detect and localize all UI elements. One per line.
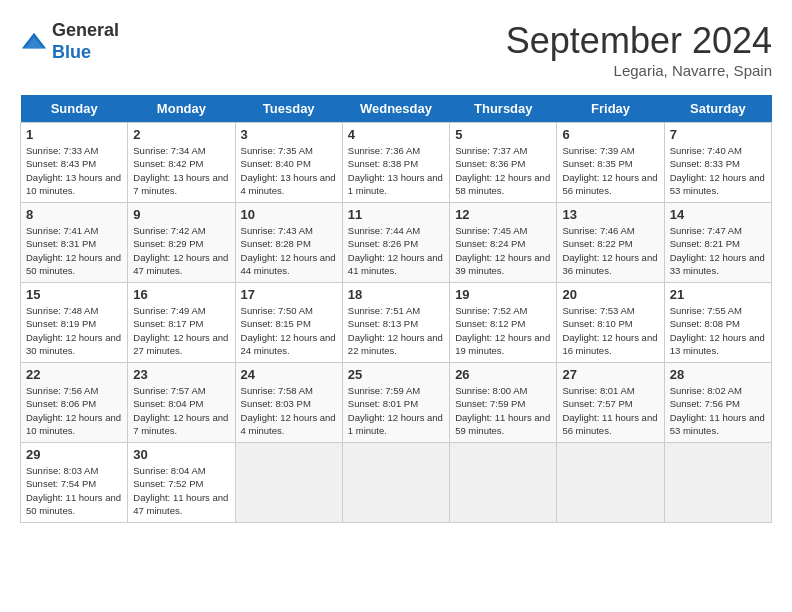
calendar-cell: 14Sunrise: 7:47 AMSunset: 8:21 PMDayligh…	[664, 203, 771, 283]
title-block: September 2024 Legaria, Navarre, Spain	[506, 20, 772, 79]
calendar-cell	[557, 443, 664, 523]
cell-info: Sunrise: 7:48 AMSunset: 8:19 PMDaylight:…	[26, 304, 122, 357]
calendar-header-row: SundayMondayTuesdayWednesdayThursdayFrid…	[21, 95, 772, 123]
calendar-cell	[342, 443, 449, 523]
logo: General Blue	[20, 20, 119, 63]
day-number: 22	[26, 367, 122, 382]
day-number: 6	[562, 127, 658, 142]
cell-info: Sunrise: 8:02 AMSunset: 7:56 PMDaylight:…	[670, 384, 766, 437]
day-header-tuesday: Tuesday	[235, 95, 342, 123]
week-row-3: 22Sunrise: 7:56 AMSunset: 8:06 PMDayligh…	[21, 363, 772, 443]
calendar-cell: 1Sunrise: 7:33 AMSunset: 8:43 PMDaylight…	[21, 123, 128, 203]
day-number: 16	[133, 287, 229, 302]
day-number: 9	[133, 207, 229, 222]
calendar-cell: 6Sunrise: 7:39 AMSunset: 8:35 PMDaylight…	[557, 123, 664, 203]
cell-info: Sunrise: 7:41 AMSunset: 8:31 PMDaylight:…	[26, 224, 122, 277]
logo-general: General	[52, 20, 119, 40]
logo-blue: Blue	[52, 42, 91, 62]
day-number: 18	[348, 287, 444, 302]
day-number: 20	[562, 287, 658, 302]
calendar-cell: 23Sunrise: 7:57 AMSunset: 8:04 PMDayligh…	[128, 363, 235, 443]
cell-info: Sunrise: 7:33 AMSunset: 8:43 PMDaylight:…	[26, 144, 122, 197]
day-header-thursday: Thursday	[450, 95, 557, 123]
day-number: 15	[26, 287, 122, 302]
calendar-cell: 20Sunrise: 7:53 AMSunset: 8:10 PMDayligh…	[557, 283, 664, 363]
day-number: 4	[348, 127, 444, 142]
calendar-cell: 13Sunrise: 7:46 AMSunset: 8:22 PMDayligh…	[557, 203, 664, 283]
calendar-cell: 8Sunrise: 7:41 AMSunset: 8:31 PMDaylight…	[21, 203, 128, 283]
day-number: 5	[455, 127, 551, 142]
calendar-cell	[235, 443, 342, 523]
cell-info: Sunrise: 7:53 AMSunset: 8:10 PMDaylight:…	[562, 304, 658, 357]
cell-info: Sunrise: 8:04 AMSunset: 7:52 PMDaylight:…	[133, 464, 229, 517]
calendar-cell: 11Sunrise: 7:44 AMSunset: 8:26 PMDayligh…	[342, 203, 449, 283]
day-number: 13	[562, 207, 658, 222]
cell-info: Sunrise: 8:03 AMSunset: 7:54 PMDaylight:…	[26, 464, 122, 517]
calendar-cell: 10Sunrise: 7:43 AMSunset: 8:28 PMDayligh…	[235, 203, 342, 283]
cell-info: Sunrise: 7:47 AMSunset: 8:21 PMDaylight:…	[670, 224, 766, 277]
day-number: 25	[348, 367, 444, 382]
calendar-cell: 30Sunrise: 8:04 AMSunset: 7:52 PMDayligh…	[128, 443, 235, 523]
calendar-cell: 16Sunrise: 7:49 AMSunset: 8:17 PMDayligh…	[128, 283, 235, 363]
cell-info: Sunrise: 7:36 AMSunset: 8:38 PMDaylight:…	[348, 144, 444, 197]
cell-info: Sunrise: 7:34 AMSunset: 8:42 PMDaylight:…	[133, 144, 229, 197]
day-number: 26	[455, 367, 551, 382]
calendar-cell: 5Sunrise: 7:37 AMSunset: 8:36 PMDaylight…	[450, 123, 557, 203]
day-number: 21	[670, 287, 766, 302]
cell-info: Sunrise: 7:58 AMSunset: 8:03 PMDaylight:…	[241, 384, 337, 437]
cell-info: Sunrise: 7:51 AMSunset: 8:13 PMDaylight:…	[348, 304, 444, 357]
calendar-cell: 2Sunrise: 7:34 AMSunset: 8:42 PMDaylight…	[128, 123, 235, 203]
cell-info: Sunrise: 7:46 AMSunset: 8:22 PMDaylight:…	[562, 224, 658, 277]
calendar-table: SundayMondayTuesdayWednesdayThursdayFrid…	[20, 95, 772, 523]
cell-info: Sunrise: 7:50 AMSunset: 8:15 PMDaylight:…	[241, 304, 337, 357]
cell-info: Sunrise: 8:01 AMSunset: 7:57 PMDaylight:…	[562, 384, 658, 437]
day-number: 19	[455, 287, 551, 302]
day-number: 12	[455, 207, 551, 222]
day-number: 1	[26, 127, 122, 142]
calendar-cell: 21Sunrise: 7:55 AMSunset: 8:08 PMDayligh…	[664, 283, 771, 363]
day-number: 11	[348, 207, 444, 222]
calendar-cell: 26Sunrise: 8:00 AMSunset: 7:59 PMDayligh…	[450, 363, 557, 443]
day-header-saturday: Saturday	[664, 95, 771, 123]
day-header-sunday: Sunday	[21, 95, 128, 123]
day-header-wednesday: Wednesday	[342, 95, 449, 123]
cell-info: Sunrise: 8:00 AMSunset: 7:59 PMDaylight:…	[455, 384, 551, 437]
cell-info: Sunrise: 7:49 AMSunset: 8:17 PMDaylight:…	[133, 304, 229, 357]
week-row-2: 15Sunrise: 7:48 AMSunset: 8:19 PMDayligh…	[21, 283, 772, 363]
cell-info: Sunrise: 7:52 AMSunset: 8:12 PMDaylight:…	[455, 304, 551, 357]
calendar-cell: 4Sunrise: 7:36 AMSunset: 8:38 PMDaylight…	[342, 123, 449, 203]
cell-info: Sunrise: 7:39 AMSunset: 8:35 PMDaylight:…	[562, 144, 658, 197]
cell-info: Sunrise: 7:42 AMSunset: 8:29 PMDaylight:…	[133, 224, 229, 277]
day-number: 17	[241, 287, 337, 302]
calendar-cell: 24Sunrise: 7:58 AMSunset: 8:03 PMDayligh…	[235, 363, 342, 443]
week-row-1: 8Sunrise: 7:41 AMSunset: 8:31 PMDaylight…	[21, 203, 772, 283]
day-number: 14	[670, 207, 766, 222]
calendar-cell: 27Sunrise: 8:01 AMSunset: 7:57 PMDayligh…	[557, 363, 664, 443]
day-number: 24	[241, 367, 337, 382]
day-number: 8	[26, 207, 122, 222]
location: Legaria, Navarre, Spain	[506, 62, 772, 79]
calendar-cell: 9Sunrise: 7:42 AMSunset: 8:29 PMDaylight…	[128, 203, 235, 283]
cell-info: Sunrise: 7:44 AMSunset: 8:26 PMDaylight:…	[348, 224, 444, 277]
cell-info: Sunrise: 7:57 AMSunset: 8:04 PMDaylight:…	[133, 384, 229, 437]
week-row-4: 29Sunrise: 8:03 AMSunset: 7:54 PMDayligh…	[21, 443, 772, 523]
calendar-cell: 19Sunrise: 7:52 AMSunset: 8:12 PMDayligh…	[450, 283, 557, 363]
day-number: 29	[26, 447, 122, 462]
day-number: 23	[133, 367, 229, 382]
calendar-cell: 12Sunrise: 7:45 AMSunset: 8:24 PMDayligh…	[450, 203, 557, 283]
month-title: September 2024	[506, 20, 772, 62]
calendar-cell: 22Sunrise: 7:56 AMSunset: 8:06 PMDayligh…	[21, 363, 128, 443]
calendar-cell: 25Sunrise: 7:59 AMSunset: 8:01 PMDayligh…	[342, 363, 449, 443]
day-number: 28	[670, 367, 766, 382]
calendar-cell: 29Sunrise: 8:03 AMSunset: 7:54 PMDayligh…	[21, 443, 128, 523]
calendar-body: 1Sunrise: 7:33 AMSunset: 8:43 PMDaylight…	[21, 123, 772, 523]
day-header-friday: Friday	[557, 95, 664, 123]
cell-info: Sunrise: 7:37 AMSunset: 8:36 PMDaylight:…	[455, 144, 551, 197]
cell-info: Sunrise: 7:55 AMSunset: 8:08 PMDaylight:…	[670, 304, 766, 357]
calendar-cell: 3Sunrise: 7:35 AMSunset: 8:40 PMDaylight…	[235, 123, 342, 203]
day-number: 3	[241, 127, 337, 142]
logo-icon	[20, 28, 48, 56]
day-number: 10	[241, 207, 337, 222]
day-number: 2	[133, 127, 229, 142]
day-header-monday: Monday	[128, 95, 235, 123]
